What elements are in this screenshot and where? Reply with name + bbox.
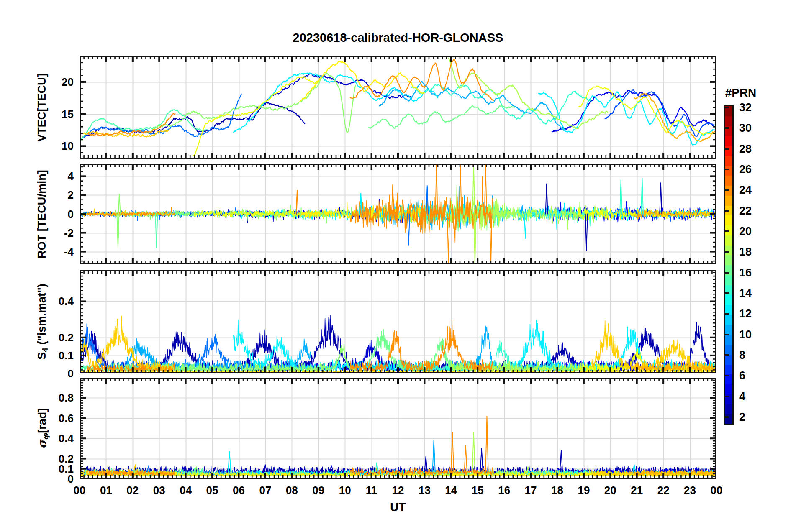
colorbar-cell <box>725 136 732 146</box>
colorbar-cell <box>725 116 732 126</box>
y-tick-label: 0.4 <box>0 295 74 308</box>
colorbar-cell <box>725 275 732 285</box>
x-tick-label: 00 <box>700 484 733 497</box>
colorbar <box>724 105 734 425</box>
panel-sigma-plot <box>80 378 716 479</box>
colorbar-cell <box>725 364 732 375</box>
y-tick-label: 0.1 <box>0 349 74 362</box>
colorbar-tick <box>725 148 729 150</box>
colorbar-cell <box>725 215 732 225</box>
colorbar-tick-label: 20 <box>739 225 752 238</box>
colorbar-cell <box>725 325 732 335</box>
panel-vtec-plot <box>80 56 716 159</box>
colorbar-tick-label: 8 <box>739 348 745 361</box>
colorbar-tick-label: 32 <box>739 101 752 114</box>
panel-s4-plot <box>80 270 716 373</box>
y-tick-label: 0.2 <box>0 452 74 465</box>
panel-rot-plot <box>80 164 716 264</box>
colorbar-tick <box>725 375 729 376</box>
colorbar-tick <box>725 416 729 418</box>
colorbar-tick <box>725 354 729 356</box>
y-tick-label: 2 <box>0 189 74 202</box>
colorbar-tick <box>725 292 729 294</box>
colorbar-tick <box>725 107 729 108</box>
y-tick-label: 4 <box>0 170 74 183</box>
y-tick-label: 20 <box>0 75 74 88</box>
colorbar-tick <box>725 210 729 212</box>
colorbar-tick-label: 28 <box>739 142 752 155</box>
colorbar-tick <box>725 313 729 315</box>
y-tick-label: -4 <box>0 245 74 258</box>
colorbar-tick-label: 4 <box>739 390 745 403</box>
colorbar-tick-label: 24 <box>739 184 752 197</box>
colorbar-cell <box>725 414 732 424</box>
colorbar-tick-label: 30 <box>739 122 752 135</box>
colorbar-tick-label: 18 <box>739 246 752 258</box>
y-tick-label: 15 <box>0 107 74 120</box>
y-tick-label: 0.2 <box>0 331 74 344</box>
y-tick-label: -2 <box>0 226 74 239</box>
colorbar-title: #PRN <box>725 86 757 100</box>
colorbar-cell <box>725 235 732 246</box>
colorbar-cell <box>725 404 732 414</box>
colorbar-tick <box>725 396 729 397</box>
colorbar-tick-label: 16 <box>739 266 752 279</box>
x-axis-title: UT <box>373 501 423 514</box>
y-tick-label: 0 <box>0 207 74 220</box>
colorbar-tick-label: 10 <box>739 328 752 341</box>
y-tick-label: 0.6 <box>0 412 74 425</box>
colorbar-tick <box>725 272 729 274</box>
y-tick-label: 10 <box>0 140 74 153</box>
colorbar-tick-label: 6 <box>739 369 745 382</box>
colorbar-tick-label: 14 <box>739 286 752 299</box>
colorbar-cell <box>725 384 732 394</box>
colorbar-cell <box>725 255 732 265</box>
colorbar-tick <box>725 169 729 170</box>
colorbar-tick <box>725 189 729 191</box>
colorbar-cell <box>725 175 732 186</box>
colorbar-cell <box>725 195 732 206</box>
colorbar-tick <box>725 251 729 253</box>
y-tick-label: 0.4 <box>0 432 74 445</box>
colorbar-cell <box>725 156 732 166</box>
colorbar-cell <box>725 245 732 256</box>
colorbar-cell <box>725 294 732 305</box>
colorbar-cell <box>725 315 732 325</box>
colorbar-tick <box>725 127 729 129</box>
colorbar-tick-label: 12 <box>739 307 752 320</box>
colorbar-cell <box>725 334 732 345</box>
colorbar-tick <box>725 334 729 335</box>
colorbar-tick-label: 22 <box>739 204 752 217</box>
colorbar-cell <box>725 146 732 156</box>
y-tick-label: 0 <box>0 367 74 380</box>
colorbar-cell <box>725 166 732 176</box>
chart-title: 20230618-calibrated-HOR-GLONASS <box>0 31 796 45</box>
colorbar-cell <box>725 344 732 355</box>
colorbar-tick <box>725 230 729 232</box>
colorbar-tick-label: 2 <box>739 411 745 424</box>
colorbar-tick-label: 26 <box>739 163 752 176</box>
y-tick-label: 0.8 <box>0 391 74 404</box>
figure: 20230618-calibrated-HOR-GLONASS VTEC[TEC… <box>0 0 796 532</box>
colorbar-cell <box>725 265 732 275</box>
